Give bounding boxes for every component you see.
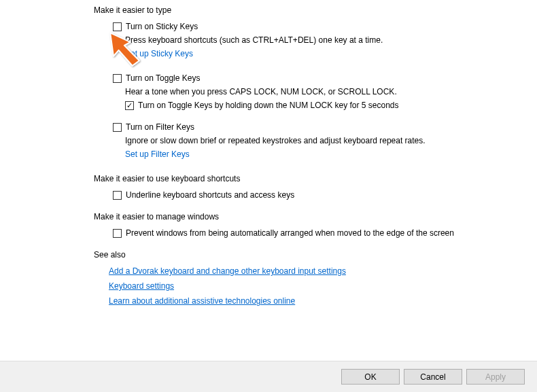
prevent-arrange-label: Prevent windows from being automatically… [126,228,454,238]
ok-button[interactable]: OK [341,369,400,385]
sticky-keys-checkbox[interactable] [113,22,122,31]
toggle-keys-description: Hear a tone when you press CAPS LOCK, NU… [125,87,537,96]
sticky-keys-group: Turn on Sticky Keys Press keyboard short… [113,22,537,61]
windows-group: Prevent windows from being automatically… [113,228,537,238]
button-bar: OK Cancel Apply [0,361,537,392]
section-title-shortcuts: Make it easier to use keyboard shortcuts [94,174,537,183]
underline-shortcuts-checkbox[interactable] [113,191,122,200]
section-title-see-also: See also [94,250,537,260]
filter-keys-checkbox[interactable] [113,123,122,132]
prevent-arrange-checkbox[interactable] [113,229,122,238]
sticky-keys-label: Turn on Sticky Keys [126,22,198,31]
setup-sticky-keys-link[interactable]: Set up Sticky Keys [125,49,193,58]
dvorak-link[interactable]: Add a Dvorak keyboard and change other k… [109,266,537,276]
section-title-type: Make it easier to type [94,5,537,15]
toggle-keys-label: Turn on Toggle Keys [126,73,200,83]
filter-keys-description: Ignore or slow down brief or repeated ke… [125,136,537,145]
see-also-group: Add a Dvorak keyboard and change other k… [95,266,537,306]
section-title-windows: Make it easier to manage windows [94,212,537,221]
assistive-tech-link[interactable]: Learn about additional assistive technol… [109,296,537,306]
underline-shortcuts-label: Underline keyboard shortcuts and access … [126,190,294,200]
settings-content: Make it easier to type Turn on Sticky Ke… [0,0,537,306]
filter-keys-label: Turn on Filter Keys [126,122,194,132]
toggle-keys-checkbox[interactable] [113,74,122,83]
shortcuts-group: Underline keyboard shortcuts and access … [113,190,537,200]
setup-filter-keys-link[interactable]: Set up Filter Keys [125,149,190,159]
sticky-keys-description: Press keyboard shortcuts (such as CTRL+A… [125,35,537,45]
toggle-keys-numlock-label: Turn on Toggle Keys by holding down the … [138,101,399,110]
filter-keys-group: Turn on Filter Keys Ignore or slow down … [113,122,537,162]
cancel-button[interactable]: Cancel [404,369,462,385]
toggle-keys-numlock-checkbox[interactable] [125,101,134,110]
keyboard-settings-link[interactable]: Keyboard settings [109,281,537,291]
toggle-keys-group: Turn on Toggle Keys Hear a tone when you… [113,73,537,110]
apply-button[interactable]: Apply [466,369,525,385]
